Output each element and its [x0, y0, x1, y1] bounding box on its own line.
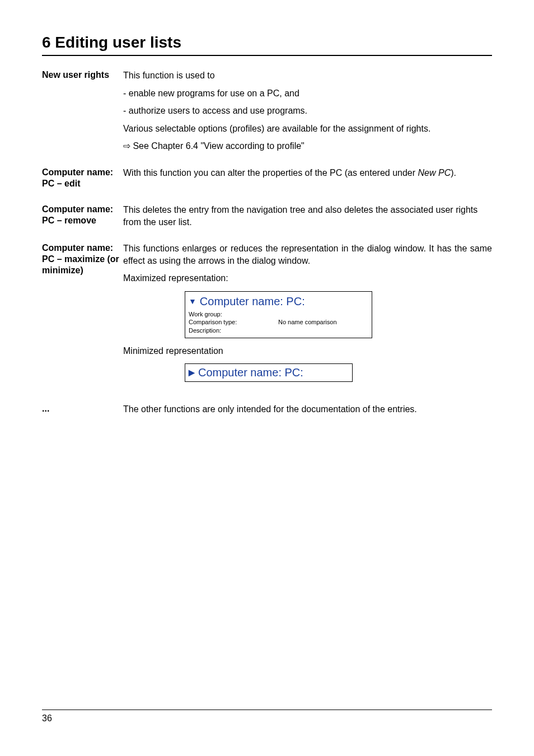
paragraph: Various selectable options (profiles) ar…: [123, 123, 492, 135]
section-edit: Computer name: PC – edit With this funct…: [42, 167, 492, 189]
paragraph: With this function you can alter the pro…: [123, 167, 492, 179]
comparison-type-value: No name comparison: [278, 318, 337, 326]
section-content: This deletes the entry from the navigati…: [123, 204, 492, 228]
section-maximize: Computer name: PC – maximize (or minimiz…: [42, 242, 492, 389]
page-footer: 36: [42, 710, 492, 724]
section-content: With this function you can alter the pro…: [123, 167, 492, 189]
section-remove: Computer name: PC – remove This deletes …: [42, 204, 492, 228]
section-label: Computer name: PC – edit: [42, 167, 123, 189]
section-new-user-rights: New user rights This function is used to…: [42, 69, 492, 152]
paragraph: This deletes the entry from the navigati…: [123, 204, 492, 228]
section-content: This function is used to - enable new pr…: [123, 69, 492, 152]
collapse-arrow-icon: ▼: [189, 296, 196, 307]
description-label: Description:: [189, 326, 366, 334]
page-content: 6 Editing user lists New user rights Thi…: [0, 0, 534, 416]
figure-header: ▶ Computer name: PC:: [189, 365, 346, 380]
expand-arrow-icon: ▶: [189, 367, 195, 378]
page-number: 36: [42, 713, 52, 723]
section-content: The other functions are only intended fo…: [123, 403, 492, 416]
section-label: New user rights: [42, 69, 123, 152]
figure-details: Work group: Comparison type: No name com…: [189, 310, 366, 334]
paragraph: - enable new programs for use on a PC, a…: [123, 87, 492, 100]
paragraph-ref: ⇨ See Chapter 6.4 "View according to pro…: [123, 140, 492, 152]
chapter-title: 6 Editing user lists: [42, 34, 492, 56]
work-group-label: Work group:: [189, 310, 366, 318]
section-label: ...: [42, 403, 123, 416]
figure-title: Computer name: PC:: [198, 365, 303, 380]
paragraph: The other functions are only intended fo…: [123, 403, 492, 416]
section-content: This functions enlarges or reduces the r…: [123, 242, 492, 389]
minimized-figure: ▶ Computer name: PC:: [185, 363, 353, 382]
paragraph: This function is used to: [123, 69, 492, 82]
paragraph: Minimized representation: [123, 345, 492, 357]
figure-header: ▼ Computer name: PC:: [189, 294, 366, 309]
paragraph: This functions enlarges or reduces the r…: [123, 242, 492, 267]
figure-title: Computer name: PC:: [200, 294, 305, 309]
section-other: ... The other functions are only intende…: [42, 403, 492, 416]
maximized-figure: ▼ Computer name: PC: Work group: Compari…: [185, 291, 372, 338]
paragraph: - authorize users to access and use prog…: [123, 105, 492, 117]
paragraph: Maximized representation:: [123, 272, 492, 284]
comparison-type-label: Comparison type:: [189, 318, 278, 326]
section-label: Computer name: PC – remove: [42, 204, 123, 228]
section-label: Computer name: PC – maximize (or minimiz…: [42, 242, 123, 389]
